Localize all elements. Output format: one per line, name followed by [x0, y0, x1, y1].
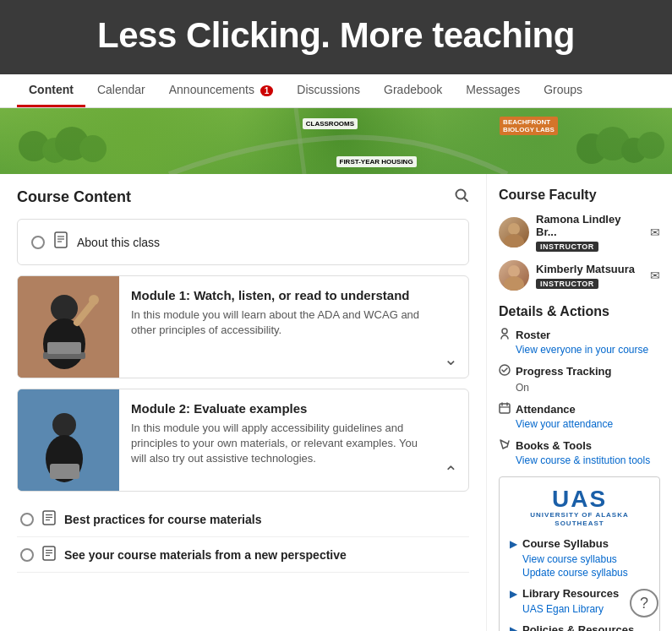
attendance-link[interactable]: View your attendance [499, 418, 660, 430]
instructor-1-email-icon[interactable]: ✉ [650, 226, 660, 239]
nav-groups[interactable]: Groups [532, 74, 594, 107]
about-label: About this class [77, 236, 160, 249]
module-1-thumbnail [18, 276, 119, 378]
list-item-1[interactable]: Best practices for course materials [17, 502, 469, 537]
svg-point-15 [51, 295, 78, 322]
doc-icon-2 [42, 510, 56, 528]
attendance-label: Attendance [516, 403, 576, 416]
instructor-2-row: Kimberly Matsuura INSTRUCTOR ✉ [499, 260, 660, 291]
roster-icon [499, 328, 511, 342]
attendance-item: Attendance View your attendance [499, 402, 660, 430]
uas-policies-item: ▶ Policies & Resources [510, 623, 649, 631]
svg-point-33 [508, 223, 520, 235]
instructor-2-name: Kimberly Matsuura [536, 263, 643, 275]
module-2-desc: In this module you will apply accessibil… [131, 421, 422, 467]
instructor-2-avatar [499, 260, 529, 291]
svg-point-36 [504, 276, 524, 291]
instructor-1-avatar [499, 217, 529, 248]
books-link[interactable]: View course & institution tools [499, 454, 660, 466]
uas-library-item: ▶ Library Resources UAS Egan Library [510, 587, 649, 617]
content-header: Course Content [17, 188, 469, 207]
nav-calendar[interactable]: Calendar [85, 74, 157, 107]
svg-rect-24 [50, 464, 79, 479]
svg-point-34 [504, 234, 524, 248]
nav-announcements[interactable]: Announcements 1 [157, 74, 286, 107]
list-item-2[interactable]: See your course materials from a new per… [17, 537, 469, 573]
list-item-2-label: See your course materials from a new per… [64, 548, 347, 562]
list-item-1-radio [20, 513, 34, 526]
content-area: Course Content About this class [0, 174, 486, 631]
roster-item: Roster View everyone in your course [499, 328, 660, 356]
main-layout: Course Content About this class [0, 174, 672, 631]
search-button[interactable] [454, 188, 469, 207]
module-2-card[interactable]: Module 2: Evaluate examples In this modu… [17, 389, 469, 492]
instructor-1-row: Ramona Lindley Br... INSTRUCTOR ✉ [499, 213, 660, 252]
progress-sub: On [499, 382, 529, 394]
instructor-1-info: Ramona Lindley Br... INSTRUCTOR [536, 213, 643, 252]
announcements-badge: 1 [260, 85, 274, 96]
doc-icon-3 [42, 546, 56, 563]
instructor-2-info: Kimberly Matsuura INSTRUCTOR [536, 263, 643, 289]
update-syllabus-link[interactable]: Update course syllabus [522, 567, 649, 579]
instructor-1-badge: INSTRUCTOR [536, 242, 598, 252]
module-2-chevron-icon: ⌃ [444, 462, 458, 482]
module-2-title: Module 2: Evaluate examples [131, 401, 422, 416]
hero-header: Less Clicking. More teaching [0, 0, 672, 74]
nav-gradebook[interactable]: Gradebook [372, 74, 454, 107]
module-1-chevron-icon: ⌄ [444, 349, 458, 369]
details-section-title: Details & Actions [499, 304, 660, 319]
nav-messages[interactable]: Messages [454, 74, 532, 107]
svg-line-9 [465, 199, 468, 202]
svg-point-35 [508, 265, 520, 277]
attendance-icon [499, 402, 511, 416]
svg-point-3 [79, 135, 107, 162]
view-syllabus-link[interactable]: View course syllabus [522, 553, 649, 565]
books-icon [499, 438, 511, 453]
module-2-thumbnail [18, 389, 119, 491]
content-section-title: Course Content [17, 188, 131, 206]
uas-policies-icon: ▶ [510, 624, 517, 631]
uas-logo: UAS UNIVERSITY OF ALASKASOUTHEAST [510, 487, 649, 529]
faculty-section-title: Course Faculty [499, 188, 660, 203]
svg-point-7 [637, 132, 664, 159]
details-section: Details & Actions Roster View everyone i… [499, 304, 660, 466]
svg-rect-38 [500, 404, 510, 413]
svg-rect-20 [47, 342, 81, 354]
list-item-2-radio [20, 548, 34, 562]
books-tools-item: Books & Tools View course & institution … [499, 438, 660, 466]
uas-syllabus-item: ▶ Course Syllabus View course syllabus U… [510, 537, 649, 580]
svg-point-22 [52, 413, 76, 437]
hero-title: Less Clicking. More teaching [17, 15, 655, 56]
progress-label: Progress Tracking [516, 365, 611, 378]
uas-syllabus-title: Course Syllabus [522, 537, 649, 550]
uas-policies-title: Policies & Resources [522, 623, 649, 631]
svg-rect-10 [55, 232, 67, 248]
list-item-1-label: Best practices for course materials [64, 513, 261, 526]
campus-banner: CLASSROOMS FIRST-YEAR HOUSING BEACHFRONT… [0, 108, 672, 174]
doc-icon [53, 231, 68, 253]
instructor-1-name: Ramona Lindley Br... [536, 213, 643, 238]
module-1-title: Module 1: Watch, listen, or read to unde… [131, 288, 422, 302]
help-button[interactable]: ? [630, 589, 658, 617]
module-1-desc: In this module you will learn about the … [131, 307, 422, 338]
progress-item: Progress Tracking On [499, 364, 660, 394]
uas-logo-sub: UNIVERSITY OF ALASKASOUTHEAST [530, 511, 628, 529]
nav-content[interactable]: Content [17, 74, 85, 107]
about-item[interactable]: About this class [17, 219, 469, 265]
uas-syllabus-icon: ▶ [510, 538, 517, 550]
roster-label: Roster [516, 329, 550, 341]
uas-logo-text: UAS [552, 487, 607, 511]
progress-icon [499, 364, 511, 378]
roster-link[interactable]: View everyone in your course [499, 344, 660, 356]
nav-discussions[interactable]: Discussions [285, 74, 372, 107]
about-radio [31, 236, 45, 249]
uas-library-icon: ▶ [510, 588, 517, 600]
module-1-card[interactable]: Module 1: Watch, listen, or read to unde… [17, 275, 469, 378]
main-nav: Content Calendar Announcements 1 Discuss… [0, 74, 672, 108]
instructor-2-email-icon[interactable]: ✉ [650, 269, 660, 282]
instructor-2-badge: INSTRUCTOR [536, 279, 598, 289]
books-label: Books & Tools [516, 439, 592, 452]
sidebar: Course Faculty Ramona Lindley Br... INST… [486, 174, 672, 631]
svg-point-18 [89, 295, 99, 305]
